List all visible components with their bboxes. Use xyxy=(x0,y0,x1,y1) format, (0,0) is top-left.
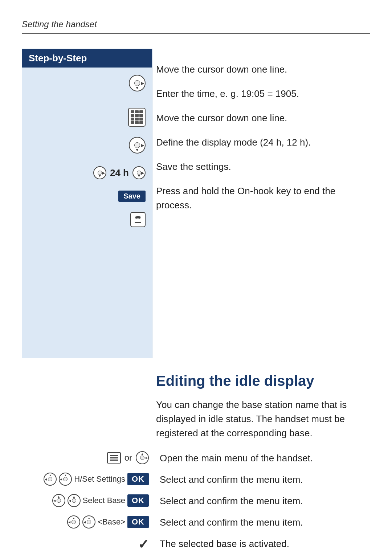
nav-lu-sb-2 xyxy=(68,494,81,507)
ok-hset[interactable]: OK xyxy=(127,473,149,485)
desc-move-cursor-1: Move the cursor down one line. xyxy=(156,62,370,77)
desc-enter-time: Enter the time, e. g. 19:05 = 1905. xyxy=(156,87,370,101)
page-header: Setting the handset xyxy=(22,18,370,34)
select-base-label: Select Base xyxy=(83,496,125,505)
nav-dot-2 xyxy=(134,142,140,148)
nav-down-icon-2 xyxy=(129,137,146,156)
desc-move-cursor-2-text: Move the cursor down one line. xyxy=(156,113,287,123)
save-btn-row-1: Save xyxy=(118,189,146,202)
nav-circle-down-1 xyxy=(129,75,146,91)
keypad-icon xyxy=(128,108,146,127)
kd8 xyxy=(135,118,139,121)
nav-24h-right-dot xyxy=(137,171,141,175)
base-item-row: <Base> OK xyxy=(22,515,149,529)
step-base-activated-left: ✓ xyxy=(22,537,156,552)
kd10 xyxy=(131,121,134,124)
hline2 xyxy=(110,457,118,458)
step-hset-left: H/Set Settings OK xyxy=(22,473,156,486)
base-item-label: <Base> xyxy=(98,517,125,527)
onhook-icon-row-1 xyxy=(130,212,146,227)
kd3 xyxy=(139,110,143,113)
desc-move-cursor-2: Move the cursor down one line. xyxy=(156,111,370,125)
kd5 xyxy=(135,114,139,117)
nav-lu-dot-sb2 xyxy=(72,498,76,503)
kd9 xyxy=(139,118,143,121)
editing-section: Editing the idle display You can change … xyxy=(22,369,370,555)
onhook-icon-1 xyxy=(130,212,146,227)
section-intro: You can change the base station name tha… xyxy=(156,398,370,440)
desc-enter-time-text: Enter the time, e. g. 19:05 = 1905. xyxy=(156,88,299,99)
step-open-menu-left: or xyxy=(22,451,156,464)
step-select-base: Select Base OK Select and confirm the me… xyxy=(22,494,370,508)
desc-save-1-text: Save the settings. xyxy=(156,161,231,172)
step-by-step-body: 24 h Save xyxy=(22,68,152,358)
step-open-menu: or Open the main menu of the handset. xyxy=(22,451,370,465)
section-heading-content: Editing the idle display You can change … xyxy=(156,369,370,451)
step-by-step-box: Step-by-Step xyxy=(22,49,156,358)
nav-dot-1 xyxy=(134,80,140,86)
desc-define-mode: Define the display mode (24 h, 12 h). xyxy=(156,135,370,150)
step-select-base-desc: Select and confirm the menu item. xyxy=(156,494,370,508)
desc-save-1: Save the settings. xyxy=(156,160,370,174)
desc-onhook-1-text: Press and hold the On-hook key to end th… xyxy=(156,185,335,211)
base-item-text: Select and confirm the menu item. xyxy=(160,517,303,528)
top-section: Step-by-Step xyxy=(22,49,370,358)
nav-down-icon-1 xyxy=(129,75,146,94)
mode-24h-row: 24 h xyxy=(93,166,146,179)
page: Setting the handset Step-by-Step xyxy=(0,0,392,555)
kd12 xyxy=(139,121,143,124)
hset-text: Select and confirm the menu item. xyxy=(160,474,303,485)
or-text: or xyxy=(124,453,132,463)
section-heading-spacer xyxy=(22,369,156,451)
desc-define-mode-text: Define the display mode (24 h, 12 h). xyxy=(156,137,311,148)
hset-row: H/Set Settings OK xyxy=(22,473,149,486)
keypad-icon-row xyxy=(128,104,146,127)
step-base-activated-desc: The selected base is activated. xyxy=(156,537,370,551)
kd4 xyxy=(131,114,134,117)
step-hset-desc: Select and confirm the menu item. xyxy=(156,473,370,487)
nav-24h-left-dot xyxy=(98,171,102,175)
checkmark-icon: ✓ xyxy=(138,537,149,552)
step-select-base-left: Select Base OK xyxy=(22,494,156,507)
editing-steps: or Open the main menu of the handset. xyxy=(22,451,370,555)
step-by-step-container: Step-by-Step xyxy=(22,49,152,358)
step-base-item-desc: Select and confirm the menu item. xyxy=(156,515,370,530)
step-base-item: <Base> OK Select and confirm the menu it… xyxy=(22,515,370,530)
nav-lu-bi-1 xyxy=(67,515,80,529)
nav-24h-right xyxy=(132,166,146,179)
step-base-activated: ✓ The selected base is activated. xyxy=(22,537,370,552)
hline1 xyxy=(110,455,118,456)
hline3 xyxy=(110,460,118,461)
step-base-item-left: <Base> OK xyxy=(22,515,156,529)
desc-move-cursor-1-text: Move the cursor down one line. xyxy=(156,64,287,75)
svg-rect-0 xyxy=(135,222,141,223)
kd2 xyxy=(135,110,139,113)
nav-lu-dot-bi2 xyxy=(87,520,91,524)
page-header-title: Setting the handset xyxy=(22,19,97,29)
section-title: Editing the idle display xyxy=(156,373,370,389)
desc-onhook-1: Press and hold the On-hook key to end th… xyxy=(156,184,370,212)
nav-lu-dot-sb1 xyxy=(57,498,61,503)
mode-24h-label: 24 h xyxy=(110,167,129,179)
ok-base-item[interactable]: OK xyxy=(127,516,149,528)
ok-select-base[interactable]: OK xyxy=(127,494,149,507)
step-by-step-label: Step-by-Step xyxy=(22,49,152,68)
nav-sm-open-menu xyxy=(136,451,149,464)
save-button-1[interactable]: Save xyxy=(118,191,146,202)
base-activated-text: The selected base is activated. xyxy=(160,538,289,549)
phone-icon-1 xyxy=(133,216,143,224)
nav-lu-bi-2 xyxy=(82,515,95,529)
section-heading-row: Editing the idle display You can change … xyxy=(22,369,370,451)
kd11 xyxy=(135,121,139,124)
step-hset: H/Set Settings OK Select and confirm the… xyxy=(22,473,370,487)
menu-or-nav: or xyxy=(107,451,149,464)
open-menu-text: Open the main menu of the handset. xyxy=(160,453,313,464)
hset-label: H/Set Settings xyxy=(74,474,125,484)
kd7 xyxy=(131,118,134,121)
nav-24h-left xyxy=(93,166,106,179)
nav-sm-dot-open xyxy=(140,456,144,460)
hamburger-icon xyxy=(107,452,121,464)
nav-circle-down-2 xyxy=(129,137,146,154)
nav-lu-dot-h2 xyxy=(63,477,68,481)
nav-lu-hset-1 xyxy=(44,473,57,486)
